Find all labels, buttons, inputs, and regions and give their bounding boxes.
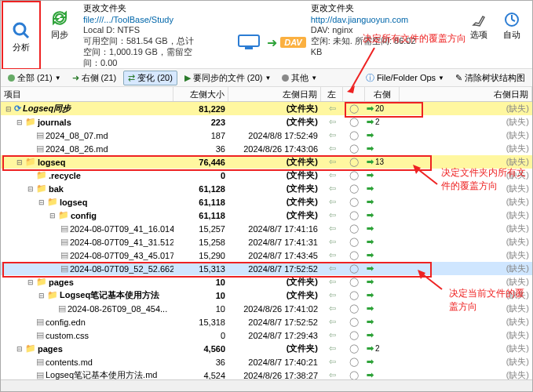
row-arrow-left[interactable]: ⇦ [321,277,343,287]
row-name-cell[interactable]: ▤contents.md [1,357,173,367]
row-arrow-left[interactable]: ⇦ [321,370,343,379]
horizontal-scrollbar[interactable] [1,379,532,391]
left-change-folder[interactable]: 更改文件夹 [83,2,232,14]
row-mid-circle[interactable]: ◯ [343,263,365,274]
right-path[interactable]: http://dav.jianguoyun.com [311,15,460,24]
row-name-cell[interactable]: ▤2024_08_26.md [1,143,173,154]
expand-toggle[interactable]: ⊟ [15,158,24,166]
row-name-cell[interactable]: ▤Logseq笔记基本使用方法.md [1,369,173,379]
row-arrow-right[interactable]: ➡20 [365,103,400,114]
row-mid-circle[interactable]: ◯ [343,237,365,247]
expand-toggle[interactable]: ⊟ [37,198,46,206]
row-arrow-right[interactable]: ➡ [365,303,400,314]
row-mid-circle[interactable]: ◯ [343,130,365,140]
header-left-size[interactable]: 左侧大小 [173,87,228,101]
row-arrow-left[interactable]: ⇦ [321,237,343,247]
row-arrow-right[interactable]: ➡ [365,277,400,287]
tree-row[interactable]: ▤custom.css02024/8/7 17:29:43⇦◯➡(缺失) [1,328,532,342]
row-name-cell[interactable]: 📁.recycle [1,170,173,180]
tree-row[interactable]: ▤2024-08-07T09_52_52.662...15,3132024/8/… [1,262,532,275]
tree-row[interactable]: ⊟📁pages4,560(文件夹)⇦◯➡2(缺失) [1,342,532,355]
tree-rows[interactable]: 决定文件夹内所有文件的覆盖方向 决定当前文件的覆盖方向 ⊟⟳Logseq同步81… [1,102,532,379]
row-arrow-right[interactable]: ➡2 [365,117,400,127]
tree-row[interactable]: ▤2024_08_26.md362024/8/26 17:43:06⇦◯➡(缺失… [1,142,532,155]
row-arrow-right[interactable]: ➡ [365,223,400,234]
row-mid-circle[interactable]: ◯ [343,277,365,287]
row-arrow-right[interactable]: ➡ [365,237,400,247]
row-arrow-right[interactable]: ➡ [365,183,400,194]
row-name-cell[interactable]: ⊟📁logseq [1,157,173,167]
clear-tree[interactable]: ✎清除树状结构图 [451,71,529,85]
row-arrow-right[interactable]: ➡ [365,370,400,379]
tree-row[interactable]: ⊟⟳Logseq同步81,229(文件夹)⇦◯➡20(缺失) [1,102,532,115]
header-name[interactable]: 项目 [1,87,173,101]
row-name-cell[interactable]: ⊟📁logseq [1,197,173,207]
row-arrow-left[interactable]: ⇦ [321,317,343,327]
auto-button[interactable]: 自动 [498,5,526,43]
row-name-cell[interactable]: ⊟📁Logseq笔记基本使用方法 [1,289,173,301]
row-mid-circle[interactable]: ◯ [343,317,365,327]
row-arrow-left[interactable]: ⇦ [321,170,343,180]
left-path[interactable]: file:///.../ToolBase/Study [83,15,232,24]
filter-other[interactable]: 其他▼ [278,71,321,85]
row-arrow-left[interactable]: ⇦ [321,303,343,314]
tree-row[interactable]: ▤Logseq笔记基本使用方法.md4,5242024/8/26 17:38:2… [1,368,532,379]
row-mid-circle[interactable]: ◯ [343,250,365,260]
expand-toggle[interactable]: ⊟ [26,278,35,286]
row-arrow-right[interactable]: ➡ [365,170,400,180]
row-arrow-right[interactable]: ➡ [365,330,400,340]
row-arrow-left[interactable]: ⇦ [321,263,343,274]
tree-row[interactable]: ⊟📁config61,118(文件夹)⇦◯➡(缺失) [1,209,532,222]
row-arrow-left[interactable]: ⇦ [321,290,343,300]
row-arrow-left[interactable]: ⇦ [321,343,343,354]
row-mid-circle[interactable]: ◯ [343,197,365,207]
row-mid-circle[interactable]: ◯ [343,103,365,114]
tree-row[interactable]: ⊟📁logseq61,118(文件夹)⇦◯➡(缺失) [1,195,532,209]
filter-all[interactable]: 全部 (21)▼ [4,71,65,85]
row-mid-circle[interactable]: ◯ [343,210,365,220]
sync-button[interactable]: 同步 [41,1,78,45]
row-name-cell[interactable]: ▤2024-08-26T09_08_454... [1,303,173,314]
row-name-cell[interactable]: ⊟📁pages [1,277,173,287]
row-arrow-right[interactable]: ➡ [365,357,400,367]
row-mid-circle[interactable]: ◯ [343,330,365,340]
tree-row[interactable]: ▤2024-08-07T09_43_45.017...15,2902024/8/… [1,249,532,262]
header-left[interactable]: 左侧 [321,87,343,101]
header-right-date[interactable]: 右侧日期 [400,87,532,101]
row-mid-circle[interactable]: ◯ [343,303,365,314]
filter-changes[interactable]: ⇄变化 (20) [123,71,177,85]
expand-toggle[interactable]: ⊟ [15,118,24,126]
tree-row[interactable]: ▤2024-08-07T09_41_31.512...15,2582024/8/… [1,235,532,249]
row-arrow-right[interactable]: ➡ [365,210,400,220]
header-left-date[interactable]: 左侧日期 [228,87,321,101]
tree-row[interactable]: ▤2024_08_07.md1872024/8/8 17:52:49⇦◯➡(缺失… [1,129,532,142]
expand-toggle[interactable]: ⊟ [15,345,24,353]
filter-right[interactable]: ➜右侧 (21) [68,71,121,85]
row-name-cell[interactable]: ▤custom.css [1,330,173,340]
filter-tosync[interactable]: ▶要同步的文件 (20)▼ [181,71,276,85]
row-name-cell[interactable]: ⊟📁pages [1,343,173,354]
row-name-cell[interactable]: ▤2024-08-07T09_52_52.662... [1,263,173,274]
row-mid-circle[interactable]: ◯ [343,343,365,354]
row-arrow-right[interactable]: ➡ [365,263,400,274]
row-arrow-right[interactable]: ➡ [365,130,400,140]
expand-toggle[interactable]: ⊟ [26,185,35,193]
row-name-cell[interactable]: ⊟📁config [1,210,173,220]
tree-row[interactable]: ⊟📁journals223(文件夹)⇦◯➡2(缺失) [1,115,532,129]
expand-toggle[interactable]: ⊟ [37,292,46,299]
row-arrow-left[interactable]: ⇦ [321,143,343,154]
row-name-cell[interactable]: ⊟⟳Logseq同步 [1,103,173,114]
tree-row[interactable]: ▤contents.md362024/8/7 17:40:21⇦◯➡(缺失) [1,355,532,368]
row-arrow-right[interactable]: ➡ [365,197,400,207]
right-change-folder[interactable]: 更改文件夹 [311,2,460,14]
row-arrow-left[interactable]: ⇦ [321,250,343,260]
options-button[interactable]: 选项 [465,5,493,43]
row-mid-circle[interactable]: ◯ [343,117,365,127]
tree-row[interactable]: ▤config.edn15,3182024/8/7 17:52:52⇦◯➡(缺失… [1,315,532,328]
row-arrow-left[interactable]: ⇦ [321,103,343,114]
row-mid-circle[interactable]: ◯ [343,157,365,167]
row-arrow-left[interactable]: ⇦ [321,197,343,207]
row-arrow-right[interactable]: ➡ [365,317,400,327]
row-arrow-right[interactable]: ➡2 [365,343,400,354]
row-name-cell[interactable]: ⊟📁journals [1,117,173,127]
